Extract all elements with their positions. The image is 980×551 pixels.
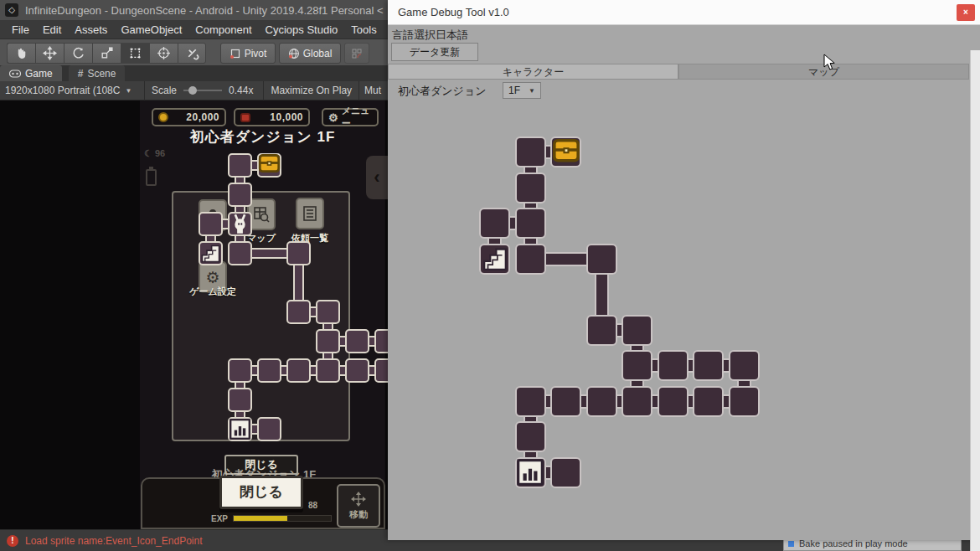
map-room [228, 183, 252, 207]
menu-edit[interactable]: Edit [36, 23, 68, 36]
exp-bar-fill [234, 516, 287, 521]
move-button-label: 移動 [349, 508, 368, 521]
scale-label: Scale [152, 85, 177, 96]
map-room [316, 358, 340, 383]
info-icon [788, 541, 794, 547]
unity-logo-icon: ◇ [5, 3, 18, 17]
map-room [228, 358, 252, 383]
debug-dungeon-map [388, 0, 980, 540]
stairs-down-icon [516, 458, 544, 487]
chest-icon [258, 152, 281, 174]
map-room [729, 386, 760, 417]
scale-value: 0.44x [229, 85, 253, 96]
map-room [622, 350, 652, 381]
chest-icon [552, 136, 580, 164]
hp-value: 88 [308, 501, 317, 510]
pivot-label: Pivot [245, 48, 267, 59]
map-room [515, 208, 546, 239]
stairs-up-icon [199, 242, 222, 265]
scale-slider-knob[interactable] [188, 86, 197, 95]
close-popup-button[interactable]: 閉じる [219, 476, 303, 509]
stairs-down-icon [229, 418, 251, 440]
game-dungeon-map [0, 100, 388, 529]
map-room [693, 386, 724, 417]
map-room [729, 350, 760, 381]
scene-grid-icon: # [78, 68, 84, 80]
move-tool-icon[interactable] [35, 43, 64, 64]
move-button[interactable]: 移動 [337, 484, 380, 528]
screen: ◇ InfiniteDungeon - DungeonScene - Andro… [0, 0, 980, 551]
mute-toggle[interactable]: Mut [364, 85, 381, 96]
map-room [286, 358, 311, 383]
debug-window: Game Debug Tool v1.0 × 言語選択日本語 データ更新 キャラ… [388, 0, 980, 540]
scale-tool-icon[interactable] [92, 43, 121, 64]
map-room [257, 358, 281, 383]
tab-game[interactable]: Game [0, 65, 62, 81]
map-room [550, 457, 581, 488]
mouse-cursor [823, 54, 836, 71]
map-room [658, 350, 689, 381]
map-room [622, 315, 652, 346]
map-room [374, 358, 388, 383]
menu-gameobject[interactable]: GameObject [114, 23, 188, 36]
transform-tool-icon[interactable] [149, 43, 178, 64]
grid-snap-button[interactable] [344, 43, 369, 64]
map-room [550, 386, 581, 417]
map-room [515, 173, 546, 203]
menu-assets[interactable]: Assets [68, 23, 114, 36]
player-icon [229, 213, 251, 235]
map-room [693, 350, 724, 381]
map-room [479, 208, 510, 239]
tab-scene-label: Scene [87, 68, 116, 80]
scale-slider[interactable] [183, 90, 222, 91]
game-view: 20,000 10,000 ⚙ メニュー 初心者ダンジョン 1F ☾ 96 ‹ … [0, 100, 388, 529]
map-room [228, 241, 252, 265]
map-room [586, 386, 617, 417]
map-room [199, 212, 223, 236]
tab-scene[interactable]: # Scene [69, 65, 126, 81]
gamepad-icon [9, 70, 21, 78]
pivot-icon [230, 48, 241, 59]
menu-cyciops-studio[interactable]: Cyciops Studio [259, 23, 345, 36]
map-room [515, 136, 546, 167]
stairs-up-icon [481, 245, 509, 273]
pivot-button[interactable]: Pivot [220, 43, 276, 64]
hand-tool-icon[interactable] [7, 43, 35, 64]
map-room [316, 329, 340, 353]
exp-label: EXP [211, 514, 228, 523]
map-room [658, 386, 689, 417]
rect-tool-icon[interactable] [121, 43, 149, 64]
map-room [257, 417, 281, 441]
map-room [345, 329, 369, 353]
statusbar-error-text[interactable]: Load sprite name:Event_Icon_EndPoint [25, 535, 202, 547]
menu-file[interactable]: File [5, 23, 36, 36]
map-room [622, 386, 652, 417]
map-room [228, 388, 252, 412]
error-icon: ! [7, 535, 18, 547]
maximize-on-play-toggle[interactable]: Maximize On Play [271, 85, 352, 96]
window-title: InfiniteDungeon - DungeonScene - Android… [25, 4, 383, 17]
map-room [286, 241, 311, 265]
exp-bar [233, 515, 332, 522]
tab-game-label: Game [25, 68, 53, 80]
map-room [316, 300, 340, 324]
menu-component[interactable]: Component [188, 23, 258, 36]
map-room [228, 153, 252, 178]
global-button[interactable]: Global [279, 43, 341, 64]
resolution-value: 1920x1080 Portrait (108C [5, 85, 120, 96]
map-room [286, 300, 311, 324]
globe-icon [288, 48, 300, 59]
map-room [586, 244, 617, 275]
chevron-down-icon: ▼ [125, 87, 132, 95]
map-room [345, 358, 369, 383]
custom-tool-icon[interactable] [178, 43, 206, 64]
menu-tools[interactable]: Tools [344, 23, 383, 36]
map-room [586, 315, 617, 346]
grid-snap-icon [351, 48, 363, 59]
rotate-tool-icon[interactable] [64, 43, 92, 64]
map-room [515, 244, 546, 275]
map-room [515, 421, 546, 452]
resolution-dropdown[interactable]: 1920x1080 Portrait (108C ▼ [0, 85, 144, 96]
map-room [515, 386, 546, 417]
move-arrows-icon [351, 492, 366, 507]
